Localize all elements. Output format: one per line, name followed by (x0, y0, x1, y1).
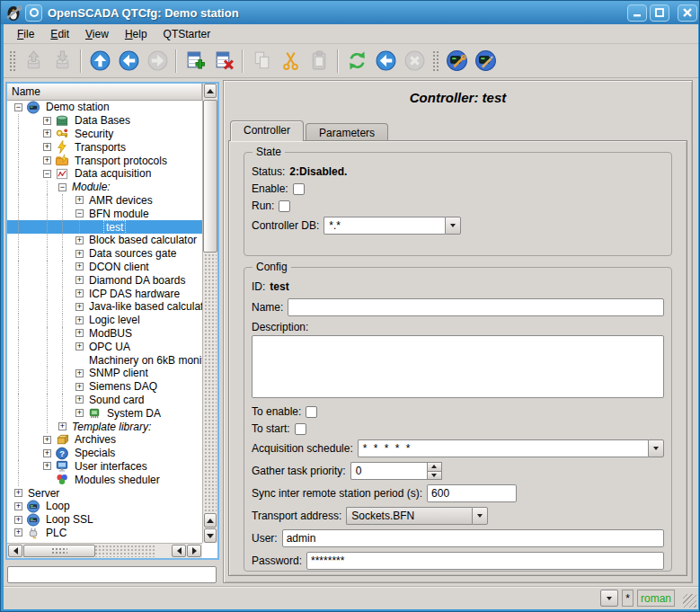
spin-down-icon[interactable] (427, 472, 442, 481)
expand-icon[interactable]: + (75, 250, 84, 258)
tree-item-machinery-on-6kb-monit[interactable]: Machinery on 6kB monit (7, 353, 202, 367)
gather-task-priority-value[interactable]: 0 (350, 462, 427, 480)
start-update-button[interactable] (372, 48, 399, 75)
tree-item-data-bases[interactable]: +Data Bases (7, 114, 202, 128)
tree-item-siemens-daq[interactable]: +Siemens DAQ (7, 380, 202, 394)
status-combo-button[interactable] (600, 590, 618, 607)
to-start-checkbox[interactable] (295, 423, 306, 435)
tree-item-module[interactable]: −Module: (7, 181, 202, 194)
hscroll-thumb[interactable] (23, 545, 95, 557)
collapse-icon[interactable]: − (43, 170, 51, 178)
chevron-down-icon[interactable] (472, 507, 488, 525)
qtcfg-tools-button[interactable] (472, 48, 499, 75)
collapse-icon[interactable]: − (58, 183, 66, 191)
tree-item-data-acquisition[interactable]: −Data acquisition (7, 167, 202, 181)
expand-icon[interactable]: + (75, 276, 84, 284)
qtcfg-config-button[interactable] (443, 48, 470, 75)
expand-icon[interactable]: + (14, 489, 22, 497)
tree-item-bfn-module[interactable]: −BFN module (7, 207, 202, 220)
cut-button[interactable] (277, 48, 304, 75)
collapse-icon[interactable]: − (75, 209, 84, 217)
tree-item-icp-das-hardware[interactable]: +ICP DAS hardware (7, 287, 202, 300)
description-textarea[interactable] (252, 335, 664, 398)
vscroll-thumb[interactable] (203, 100, 217, 253)
expand-icon[interactable]: + (75, 329, 84, 337)
scroll-left-icon[interactable] (8, 545, 22, 557)
tree-item-server[interactable]: +Server (7, 486, 202, 500)
window-menu-icon[interactable] (25, 4, 42, 22)
menu-edit[interactable]: Edit (42, 26, 77, 42)
expand-icon[interactable]: + (75, 289, 84, 297)
tree-item-snmp-client[interactable]: +SNMP client (7, 367, 202, 380)
tree-vertical-scrollbar[interactable] (202, 84, 217, 543)
expand-icon[interactable]: + (43, 462, 51, 470)
expand-icon[interactable]: + (75, 395, 84, 404)
minimize-button[interactable] (627, 4, 647, 22)
tree-item-user-interfaces[interactable]: +User interfaces (7, 460, 202, 474)
tree-item-template-library[interactable]: +Template library: (7, 420, 202, 433)
menu-qtstarter[interactable]: QTStarter (155, 26, 219, 42)
navigation-tree[interactable]: Name −Demo station+Data Bases+Security+T… (5, 82, 219, 560)
tree-item-specials[interactable]: +?Specials (7, 447, 202, 460)
acquisition-schedule-combobox[interactable]: * * * * * (358, 439, 664, 457)
tree-item-modules-sheduler[interactable]: Modules sheduler (7, 473, 202, 486)
toolbar-handle[interactable] (8, 49, 16, 73)
tree-item-amr-devices[interactable]: +AMR devices (7, 194, 202, 208)
close-button[interactable] (678, 4, 697, 22)
acquisition-schedule-value[interactable]: * * * * * (358, 439, 648, 457)
refresh-button[interactable] (343, 48, 370, 75)
menu-file[interactable]: File (9, 26, 42, 42)
expand-icon[interactable]: + (75, 409, 84, 417)
tree-header-name[interactable]: Name (7, 84, 202, 101)
tree-item-sound-card[interactable]: +Sound card (7, 394, 202, 407)
menu-help[interactable]: Help (117, 26, 155, 42)
user-input[interactable] (282, 529, 664, 547)
tree-item-test[interactable]: test (7, 220, 202, 234)
chevron-down-icon[interactable] (445, 217, 461, 235)
maximize-button[interactable] (650, 4, 669, 22)
expand-icon[interactable]: + (75, 303, 84, 311)
menu-view[interactable]: View (77, 26, 117, 42)
tree-item-plc[interactable]: +PLC (7, 527, 202, 540)
to-enable-checkbox[interactable] (306, 406, 317, 418)
tab-parameters[interactable]: Parameters (306, 123, 388, 141)
tab-controller[interactable]: Controller (230, 120, 304, 141)
add-item-button[interactable] (182, 48, 208, 75)
tree-item-transports[interactable]: +Transports (7, 140, 202, 154)
expand-icon[interactable]: + (75, 262, 84, 271)
tree-item-loop-ssl[interactable]: +Loop SSL (7, 513, 202, 527)
password-input[interactable] (306, 552, 664, 570)
controller-db-combobox[interactable]: *.* (323, 217, 461, 235)
expand-icon[interactable]: + (75, 369, 84, 377)
spin-up-icon[interactable] (427, 462, 442, 472)
expand-icon[interactable]: + (75, 236, 84, 244)
scroll-down-icon[interactable] (204, 528, 217, 543)
tree-item-system-da[interactable]: +System DA (7, 406, 202, 420)
tree-item-archives[interactable]: +Archives (7, 433, 202, 447)
titlebar[interactable]: OpenSCADA QTCfg: Demo station (1, 1, 700, 24)
expand-icon[interactable]: + (58, 422, 66, 430)
tree-item-transport-protocols[interactable]: +Transport protocols (7, 154, 202, 167)
expand-icon[interactable]: + (43, 156, 51, 164)
tree-item-logic-level[interactable]: +Logic level (7, 314, 202, 327)
expand-icon[interactable]: + (43, 117, 51, 125)
tree-item-demo-station[interactable]: −Demo station (7, 101, 202, 114)
resize-grip[interactable] (683, 594, 696, 608)
controller-db-value[interactable]: *.* (323, 217, 445, 235)
expand-icon[interactable]: + (14, 516, 22, 524)
transport-address-value[interactable]: Sockets.BFN (346, 507, 472, 525)
delete-item-button[interactable] (210, 48, 237, 75)
scroll-left2-icon[interactable] (172, 545, 186, 557)
gather-task-priority-stepper[interactable]: 0 (350, 462, 442, 480)
enable-checkbox[interactable] (293, 183, 305, 195)
back-button[interactable] (115, 48, 142, 75)
tree-item-opc-ua[interactable]: +OPC UA (7, 340, 202, 353)
name-input[interactable] (288, 298, 664, 316)
expand-icon[interactable]: + (43, 436, 51, 444)
expand-icon[interactable]: + (43, 449, 51, 457)
run-checkbox[interactable] (279, 200, 290, 212)
expand-icon[interactable]: + (43, 143, 51, 151)
tree-horizontal-scrollbar[interactable] (7, 543, 202, 558)
scroll-right-icon[interactable] (187, 545, 201, 557)
chevron-down-icon[interactable] (648, 439, 664, 457)
